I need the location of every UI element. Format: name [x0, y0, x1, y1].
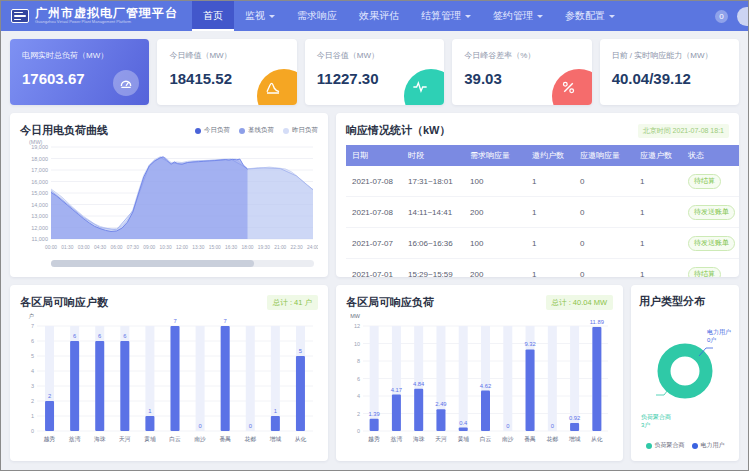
chevron-down-icon — [269, 15, 275, 21]
notification-badge[interactable]: 0 — [715, 10, 728, 23]
top-navbar: 广州市虚拟电厂管理平台 Guangzhou Virtual Power Plan… — [1, 1, 748, 31]
logo-icon — [11, 9, 29, 23]
svg-text:海珠: 海珠 — [413, 436, 425, 443]
nav-item-contract[interactable]: 签约管理 — [482, 1, 554, 31]
svg-text:0.92: 0.92 — [569, 415, 580, 421]
kpi-card-today-valley: 今日谷值（MW） 11227.30 — [305, 39, 444, 105]
svg-text:4: 4 — [357, 393, 360, 399]
app-root: 广州市虚拟电厂管理平台 Guangzhou Virtual Power Plan… — [0, 0, 749, 471]
svg-text:(MW): (MW) — [29, 139, 43, 145]
svg-text:22:30: 22:30 — [291, 245, 303, 250]
svg-text:6: 6 — [123, 333, 126, 339]
kpi-row: 电网实时总负荷（MW） 17603.67 今日峰值（MW） 18415.52 今… — [10, 39, 739, 105]
panel-title: 各区局可响应负荷 — [346, 295, 434, 310]
legend-dot — [646, 443, 652, 449]
svg-text:2.49: 2.49 — [435, 401, 446, 407]
svg-text:13,000: 13,000 — [31, 213, 48, 219]
svg-text:MW: MW — [350, 313, 361, 319]
user-type-legend: 负荷聚合商 电力用户 — [639, 441, 731, 450]
response-table: 日期时段需求响应量邀约户数应邀响应量应邀户数状态操作 2021-07-0817:… — [346, 145, 739, 277]
column-header: 时段 — [402, 145, 464, 166]
svg-text:0: 0 — [357, 428, 360, 434]
nav-item-home[interactable]: 首页 — [192, 1, 234, 31]
svg-text:3: 3 — [31, 383, 34, 389]
svg-text:18,000: 18,000 — [31, 156, 48, 162]
nav-item-demand-response[interactable]: 需求响应 — [286, 1, 348, 31]
svg-text:1: 1 — [148, 408, 151, 414]
user-type-chart[interactable]: 电力用户0户 负荷聚合商3户 — [639, 311, 731, 437]
svg-text:4: 4 — [31, 368, 34, 374]
legend-item-power-user[interactable]: 电力用户 — [692, 441, 725, 450]
svg-text:2: 2 — [357, 411, 360, 417]
kpi-label: 今日谷值（MW） — [317, 50, 432, 61]
legend-item-aggregator[interactable]: 负荷聚合商 — [646, 441, 685, 450]
response-load-panel: 各区局可响应负荷 总计 : 40.04 MW 024681012MW1.39越秀… — [336, 285, 623, 461]
response-load-chart[interactable]: 024681012MW1.39越秀4.17荔湾4.84海珠2.49天河0.4黄埔… — [346, 310, 613, 444]
nav-item-effect-eval[interactable]: 效果评估 — [348, 1, 410, 31]
svg-text:7: 7 — [224, 318, 227, 324]
svg-text:天河: 天河 — [119, 435, 131, 443]
svg-text:0: 0 — [551, 423, 554, 429]
svg-text:0.4: 0.4 — [459, 420, 468, 426]
svg-text:1: 1 — [31, 413, 34, 419]
legend-dot — [692, 443, 698, 449]
panel-title: 响应情况统计（kW） — [346, 123, 451, 138]
svg-text:花都: 花都 — [244, 436, 256, 443]
svg-text:7: 7 — [173, 318, 176, 324]
svg-text:8: 8 — [357, 358, 360, 364]
svg-text:04:30: 04:30 — [94, 245, 106, 250]
avatar[interactable] — [737, 7, 749, 26]
svg-text:4.17: 4.17 — [391, 387, 402, 393]
svg-text:南沙: 南沙 — [194, 436, 206, 443]
svg-text:12,000: 12,000 — [31, 225, 48, 231]
svg-text:番禺: 番禺 — [219, 435, 231, 443]
nav-right: 0 — [715, 7, 748, 26]
user-type-panel: 用户类型分布 电力用户0户 负荷聚合商3户 负荷聚合商 电力用户 — [631, 285, 739, 461]
donut-label-power-user: 电力用户0户 — [707, 329, 731, 344]
svg-text:15:00: 15:00 — [209, 245, 221, 250]
svg-text:荔湾: 荔湾 — [391, 436, 403, 443]
chart-zoom-scrollbar[interactable] — [51, 260, 314, 267]
svg-text:03:00: 03:00 — [78, 245, 90, 250]
kpi-label: 日前 / 实时响应能力（MW） — [612, 50, 727, 61]
svg-text:11.89: 11.89 — [590, 319, 604, 325]
column-header: 应邀响应量 — [574, 145, 634, 166]
gauge-icon — [113, 70, 139, 96]
svg-text:1.39: 1.39 — [368, 411, 379, 417]
svg-text:0: 0 — [198, 423, 201, 429]
svg-text:2: 2 — [48, 393, 51, 399]
legend-item-baseline[interactable]: 基线负荷 — [239, 126, 274, 135]
zoom-thumb[interactable] — [51, 260, 254, 267]
svg-text:14,000: 14,000 — [31, 202, 48, 208]
svg-text:4.84: 4.84 — [413, 381, 425, 387]
svg-text:0: 0 — [31, 428, 34, 434]
nav-item-monitor[interactable]: 监视 — [234, 1, 286, 31]
status-badge: 待结算 — [688, 267, 721, 278]
svg-text:7: 7 — [31, 323, 34, 329]
svg-text:06:00: 06:00 — [110, 245, 122, 250]
load-curve-chart[interactable]: 11,00012,00013,00014,00015,00016,00017,0… — [20, 138, 318, 252]
kpi-label: 今日峰谷差率（%） — [464, 50, 579, 61]
legend-item-today[interactable]: 今日负荷 — [195, 126, 230, 135]
response-users-chart[interactable]: 01234567户2越秀6荔湾6海珠6天河1黄埔7白云0南沙7番禺0花都1增城5… — [20, 310, 318, 444]
nav-item-settlement[interactable]: 结算管理 — [410, 1, 482, 31]
svg-text:9.32: 9.32 — [524, 341, 535, 347]
legend-item-yesterday[interactable]: 昨日负荷 — [283, 126, 318, 135]
svg-text:白云: 白云 — [480, 436, 492, 443]
svg-text:24:00: 24:00 — [307, 245, 318, 250]
svg-text:6: 6 — [73, 333, 76, 339]
svg-text:17,000: 17,000 — [31, 167, 48, 173]
svg-text:15,000: 15,000 — [31, 190, 48, 196]
svg-text:07:30: 07:30 — [127, 245, 139, 250]
kpi-value: 40.04/39.12 — [612, 70, 727, 87]
load-curve-legend: 今日负荷 基线负荷 昨日负荷 — [195, 126, 318, 135]
svg-text:越秀: 越秀 — [368, 435, 380, 443]
kpi-card-realtime-load: 电网实时总负荷（MW） 17603.67 — [10, 39, 149, 105]
kpi-label: 电网实时总负荷（MW） — [22, 50, 137, 61]
svg-text:番禺: 番禺 — [524, 435, 536, 443]
nav-item-params[interactable]: 参数配置 — [554, 1, 626, 31]
svg-text:增城: 增城 — [569, 436, 581, 443]
svg-text:0: 0 — [506, 423, 509, 429]
svg-text:13:30: 13:30 — [192, 245, 204, 250]
bottom-row: 各区局可响应户数 总计 : 41 户 01234567户2越秀6荔湾6海珠6天河… — [10, 285, 739, 461]
